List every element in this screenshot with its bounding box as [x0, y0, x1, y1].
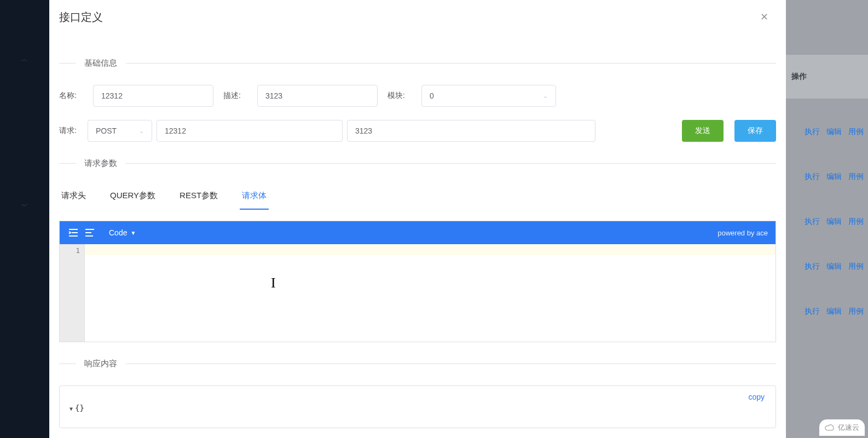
section-params-label: 请求参数	[76, 158, 126, 169]
table-row: 执行 编辑 用例	[805, 217, 864, 227]
active-line-highlight	[85, 245, 776, 255]
editor-gutter: 1	[60, 244, 85, 342]
response-box: copy ▼{}	[59, 385, 776, 428]
section-basic-label: 基础信息	[76, 58, 126, 68]
tab-headers[interactable]: 请求头	[59, 185, 88, 210]
url1-field[interactable]	[165, 126, 334, 135]
edit-link[interactable]: 编辑	[826, 127, 842, 137]
desc-field[interactable]	[265, 91, 369, 100]
name-field[interactable]	[101, 91, 205, 100]
exec-link[interactable]: 执行	[805, 172, 820, 182]
gutter-line-1: 1	[60, 246, 80, 255]
exec-link[interactable]: 执行	[805, 262, 820, 272]
align-left-icon[interactable]	[84, 227, 96, 239]
editor-toolbar: Code ▼ powered by ace	[60, 221, 776, 244]
param-tabs: 请求头 QUERY参数 REST参数 请求体	[59, 185, 776, 210]
triangle-down-icon[interactable]: ▼	[70, 406, 73, 412]
name-label: 名称:	[59, 91, 83, 101]
case-link[interactable]: 用例	[848, 262, 864, 272]
url2-field[interactable]	[355, 126, 587, 135]
editor-mode-value: Code	[109, 228, 127, 237]
request-label: 请求:	[59, 126, 83, 136]
save-button[interactable]: 保存	[734, 120, 776, 142]
app-sidebar: ︿ ﹀	[0, 0, 49, 438]
indent-icon[interactable]	[67, 227, 79, 239]
module-value: 0	[430, 91, 434, 100]
url-input-2[interactable]	[347, 120, 595, 142]
table-row: 执行 编辑 用例	[805, 127, 864, 137]
api-definition-modal: 接口定义 ✕ 基础信息 名称: 描述: 模块:	[49, 0, 786, 438]
exec-link[interactable]: 执行	[805, 127, 820, 137]
module-label: 模块:	[387, 91, 412, 101]
table-row: 执行 编辑 用例	[805, 307, 864, 316]
table-row: 执行 编辑 用例	[805, 262, 864, 272]
edit-link[interactable]: 编辑	[826, 307, 842, 316]
section-response: 响应内容	[59, 359, 776, 369]
chevron-down-icon: ⌄	[543, 93, 548, 100]
copy-button[interactable]: copy	[748, 393, 765, 401]
triangle-down-icon: ▼	[130, 230, 136, 236]
tab-body[interactable]: 请求体	[240, 185, 269, 210]
module-select[interactable]: 0 ⌄	[421, 85, 556, 107]
response-json[interactable]: ▼{}	[70, 404, 766, 412]
chevron-down-icon: ⌄	[139, 128, 144, 135]
tab-rest[interactable]: REST参数	[177, 185, 220, 210]
method-select[interactable]: POST ⌄	[88, 120, 152, 142]
text-cursor-icon: I	[271, 275, 276, 291]
basic-info-row: 名称: 描述: 模块: 0 ⌄	[59, 85, 776, 107]
url-input-1[interactable]	[157, 120, 343, 142]
chevron-down-icon[interactable]: ﹀	[17, 197, 32, 215]
editor-powered-by: powered by ace	[717, 229, 768, 237]
watermark-text: 亿速云	[838, 423, 859, 433]
editor-textarea[interactable]: I	[85, 244, 776, 342]
case-link[interactable]: 用例	[848, 127, 864, 137]
send-button[interactable]: 发送	[682, 120, 724, 142]
code-editor: Code ▼ powered by ace 1 I	[59, 221, 776, 342]
edit-link[interactable]: 编辑	[826, 262, 842, 272]
table-row: 执行 编辑 用例	[805, 172, 864, 182]
section-response-label: 响应内容	[76, 359, 126, 369]
watermark-badge: 亿速云	[819, 419, 865, 436]
section-params: 请求参数	[59, 158, 776, 169]
col-ops-label: 操作	[791, 72, 807, 82]
tab-query[interactable]: QUERY参数	[108, 185, 158, 210]
case-link[interactable]: 用例	[848, 307, 864, 316]
name-input[interactable]	[93, 85, 213, 107]
table-header-ops: 操作	[786, 55, 868, 99]
method-value: POST	[96, 126, 117, 135]
desc-input[interactable]	[257, 85, 378, 107]
desc-label: 描述:	[223, 91, 247, 101]
editor-body[interactable]: 1 I	[60, 244, 776, 342]
exec-link[interactable]: 执行	[805, 307, 820, 316]
request-row: 请求: POST ⌄ 发送 保存	[59, 120, 776, 142]
editor-mode-select[interactable]: Code ▼	[109, 228, 136, 237]
exec-link[interactable]: 执行	[805, 217, 820, 227]
cloud-icon	[825, 424, 835, 431]
case-link[interactable]: 用例	[848, 172, 864, 182]
edit-link[interactable]: 编辑	[826, 217, 842, 227]
close-icon[interactable]: ✕	[758, 9, 771, 25]
json-root: {}	[75, 404, 84, 412]
case-link[interactable]: 用例	[848, 217, 864, 227]
chevron-up-icon[interactable]: ︿	[17, 50, 32, 68]
edit-link[interactable]: 编辑	[826, 172, 842, 182]
section-basic: 基础信息	[59, 58, 776, 68]
modal-title: 接口定义	[59, 10, 103, 25]
